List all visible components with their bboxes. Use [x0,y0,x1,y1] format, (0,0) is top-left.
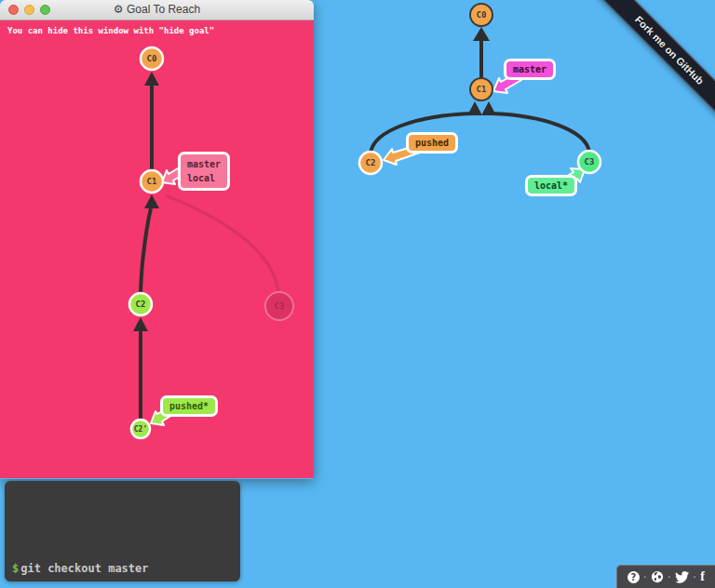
goal-edge-c2-c1 [141,208,151,293]
commit-text-c0: C0 [477,10,487,20]
separator-dot: · [693,572,696,582]
goal-commit-nodes: C0 C1 C2 C2' C3 [129,47,293,438]
gear-icon: ⚙ [114,3,124,16]
goal-edge-arrowheads [133,72,159,331]
goal-commit-text-c1: C1 [147,177,157,186]
footer-icon-bar: ? · · · f [616,565,715,588]
commit-text-c2: C2 [366,158,376,167]
arrowhead-c1-left [467,101,482,115]
help-icon[interactable]: ? [627,571,640,583]
goal-arrowhead-c2 [133,317,148,331]
goal-label-local: local [187,173,215,183]
goal-commit-text-c2: C2 [136,300,146,309]
goal-commit-edges [141,86,152,419]
edge-faded-c3-c1 [166,195,278,291]
app-canvas: C0 C1 C2 C3 master pushed local* ⚙ Goal … [0,0,715,588]
zoom-button[interactable] [40,5,50,15]
facebook-icon[interactable]: f [700,570,705,583]
separator-dot: · [668,572,671,582]
separator-dot: · [643,572,647,582]
goal-branch-label-pushed: pushed* [160,395,218,417]
edge-c3-c1 [492,114,589,152]
goal-git-tree: C0 C1 C2 C2' C3 [0,20,314,478]
goal-window: ⚙ Goal To Reach You can hide this window… [0,0,314,479]
goal-hint-text: You can hide this window with "hide goal… [7,26,214,35]
globe-icon[interactable] [651,570,664,583]
twitter-icon[interactable] [675,571,689,583]
branch-label-master[interactable]: master [504,59,556,80]
commit-text-c1: C1 [477,85,487,94]
goal-window-body: You can hide this window with "hide goal… [0,20,314,478]
goal-branch-label-master-local: masterlocal [178,152,230,191]
goal-window-titlebar[interactable]: ⚙ Goal To Reach [0,0,314,20]
branch-label-local[interactable]: local* [525,175,577,196]
minimize-button[interactable] [24,5,34,15]
commit-text-c3: C3 [585,157,595,167]
goal-commit-text-c0: C0 [147,54,157,63]
commit-nodes: C0 C1 C2 C3 [359,4,600,174]
arrowhead-c0 [473,27,490,41]
goal-label-master: master [187,159,221,169]
window-controls [8,5,50,15]
goal-arrowhead-c0 [144,72,159,86]
terminal-command: git checkout master [20,562,148,575]
terminal-input-line[interactable]: $git checkout master [12,562,149,575]
goal-window-title: Goal To Reach [127,3,200,16]
terminal-prompt: $ [12,562,19,575]
arrowhead-c1-right [481,101,496,115]
terminal[interactable]: $git checkout master [5,481,240,581]
close-button[interactable] [8,5,19,15]
goal-arrowhead-c1 [144,194,159,208]
goal-commit-text-c3-faded: C3 [275,301,285,311]
branch-label-pushed[interactable]: pushed [406,132,458,154]
goal-commit-text-c2prime: C2' [134,425,147,434]
